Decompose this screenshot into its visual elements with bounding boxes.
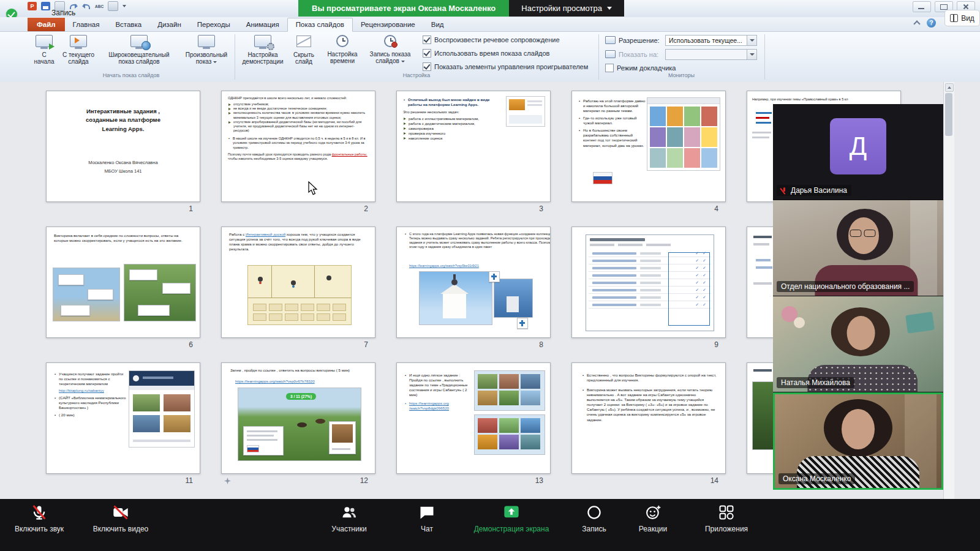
from-beginning-button[interactable]: С начала xyxy=(31,34,58,72)
participants-button[interactable]: Участники xyxy=(318,504,380,533)
record-button[interactable]: Запись xyxy=(570,504,619,533)
tab-home[interactable]: Главная xyxy=(65,18,108,31)
tab-file[interactable]: Файл xyxy=(28,18,65,31)
slide-thumbnail-8[interactable]: С этого года на платформе Learning Apps … xyxy=(396,227,551,338)
slide-thumbnail-7[interactable]: Работа с Интерактивной доской хороша тем… xyxy=(221,227,375,338)
checkbox-use-timings[interactable]: Использовать время показа слайдов xyxy=(423,49,549,58)
slide-thumbnail-12[interactable]: Затем , пройдя по ссылке , ответить на в… xyxy=(221,362,375,474)
slide-number: 13 xyxy=(396,476,551,485)
slide3-image xyxy=(506,96,545,127)
tab-view[interactable]: Вид xyxy=(423,18,452,31)
slide14-bullet: Викторина может вызвать некоторые затруд… xyxy=(582,388,717,422)
record-slideshow-button[interactable]: Запись показа слайдов xyxy=(365,34,415,72)
tab-animations[interactable]: Анимация xyxy=(238,18,287,31)
video-tile-darya[interactable]: Д Дарья Василина xyxy=(773,104,943,200)
slide13-screenshot-bottom xyxy=(474,414,545,455)
slide2-bullet: отсутствие апробированной дидактической … xyxy=(228,120,370,133)
rehearse-timings-button[interactable]: Настройка времени xyxy=(321,34,364,72)
spellcheck-icon[interactable]: ABC xyxy=(95,4,104,9)
slide11-bullet: (САЙТ «Библиотека нематериального культу… xyxy=(54,395,127,410)
mic-muted-icon xyxy=(31,504,48,521)
share-screen-icon xyxy=(503,504,520,521)
redo-icon[interactable] xyxy=(82,2,91,10)
tab-slideshow[interactable]: Показ слайдов xyxy=(287,18,353,32)
slide-thumbnail-9[interactable]: ✓ ✓ ✓ ✓ ✓ ✓ ✓ ✓ ✓ ✓ ✓ ✓ ✓ ✓ ✓ ✓ xyxy=(571,227,726,338)
group-label-monitors: Мониторы xyxy=(598,72,764,78)
view-button[interactable]: Вид xyxy=(944,10,980,26)
scroll-up-icon[interactable] xyxy=(945,83,954,92)
qat-customize-icon[interactable] xyxy=(123,5,126,7)
slide-thumbnail-11[interactable]: Учащиеся получают задание пройти по ссыл… xyxy=(46,362,200,474)
resolution-dropdown[interactable]: Использовать текущее... xyxy=(665,35,757,46)
unmute-audio-button[interactable]: Включить звук xyxy=(7,504,71,533)
ribbon-collapse-icon[interactable] xyxy=(913,20,921,26)
help-icon[interactable]: ? xyxy=(927,18,936,28)
screen: P ABC Запись Файл Главная Вставка Дизайн… xyxy=(0,0,980,551)
scrollbar-thumb[interactable] xyxy=(945,93,952,136)
slide-thumbnail-2[interactable]: ОДНКНР преподаётся в школе всего несколь… xyxy=(221,91,375,202)
zoom-toolbar: Включить звук Включить видео Участники 2… xyxy=(0,499,980,551)
slide8-card xyxy=(517,318,528,329)
video-tile-oksana-active[interactable]: Оксана Москаленко xyxy=(773,392,943,490)
hide-slide-button[interactable]: Скрыть слайд xyxy=(288,34,320,72)
slide11-bullet: Учащиеся получают задание пройти по ссыл… xyxy=(54,372,127,386)
save-icon[interactable] xyxy=(41,2,50,10)
checkbox-play-narrations[interactable]: Воспроизвести речевое сопровождение xyxy=(423,36,560,44)
slide4-bullet: Где-то использую уже готовый чужой матер… xyxy=(578,116,647,126)
broadcast-slideshow-button[interactable]: Широковещательный показ слайдов xyxy=(99,34,179,72)
tab-insert[interactable]: Вставка xyxy=(107,18,149,31)
share-screen-button[interactable]: Демонстрация экрана xyxy=(462,504,560,533)
window-title: Запись xyxy=(51,9,75,17)
reactions-button[interactable]: Реакции xyxy=(626,504,680,533)
reactions-icon xyxy=(644,504,662,521)
slide2-bullet: не всегда и не везде достаточное техниче… xyxy=(228,107,370,111)
slide-number: 2 xyxy=(221,204,375,213)
chat-button[interactable]: Чат xyxy=(404,504,450,533)
checkbox-show-media-controls[interactable]: Показать элементы управления проигрывате… xyxy=(423,62,588,71)
start-video-button[interactable]: Включить видео xyxy=(87,504,154,533)
slide-number: 8 xyxy=(396,340,551,349)
slide1-title: Интерактивные задания , созданные на пла… xyxy=(53,107,194,133)
tab-review[interactable]: Рецензирование xyxy=(353,18,423,31)
slide12-text: Затем , пройдя по ссылке , ответить на в… xyxy=(230,368,366,373)
slide-thumbnail-13[interactable]: И ещё одно лёгкое задание : Пройдя по сс… xyxy=(396,362,551,474)
zoom-share-banner: Вы просматриваете экран Оксана Москаленк… xyxy=(298,0,624,17)
slide13-link: https://learningapps.org xyxy=(404,401,473,406)
slide11-link: http://kitaplong.ru/sabantyy xyxy=(59,388,127,393)
participant-name: Оксана Москаленко xyxy=(778,473,855,484)
video-tile-natalya[interactable]: Наталья Михайлова xyxy=(773,296,943,392)
view-options-button[interactable]: Настройки просмотра xyxy=(509,0,624,17)
setup-slideshow-button[interactable]: Настройка демонстрации xyxy=(239,34,287,72)
slide-thumbnail-4[interactable]: Работаю на этой платформе давно и накопи… xyxy=(571,91,726,202)
viewing-screen-label: Вы просматриваете экран Оксана Москаленк… xyxy=(298,0,509,17)
slide-number: 6 xyxy=(46,340,200,349)
slide-number: 4 xyxy=(571,204,726,213)
slide8-text: С этого года на платформе Learning Apps … xyxy=(404,232,551,250)
minimize-button[interactable] xyxy=(913,1,931,12)
slide3-item: проверка изученного xyxy=(403,131,495,136)
tab-transitions[interactable]: Переходы xyxy=(189,18,238,31)
tab-design[interactable]: Дизайн xyxy=(149,18,189,31)
slide-thumbnail-6[interactable]: Викторина включает в себя средние по сло… xyxy=(46,227,200,338)
slide3-item: накопление оценок xyxy=(403,136,495,141)
slide-thumbnail-14[interactable]: Естественно , что вопросы Викторины форм… xyxy=(571,362,726,474)
video-tile-otdel[interactable]: Отдел национального образования ... xyxy=(773,200,943,296)
slide-thumbnail-3[interactable]: Отличный выход был мною найден в виде ра… xyxy=(396,91,551,202)
from-current-slide-button[interactable]: С текущего слайда xyxy=(59,34,98,72)
slide8-card xyxy=(489,271,500,282)
slide-thumbnail-1[interactable]: Интерактивные задания , созданные на пла… xyxy=(46,91,200,202)
checkbox-presenter-view[interactable]: Режим докладчика xyxy=(605,64,676,72)
video-panel: Д Дарья Василина Отдел национального обр… xyxy=(773,104,943,490)
slide4-screenshot xyxy=(647,97,720,171)
slide3-lead: Отличный выход был мною найден в виде ра… xyxy=(403,97,495,107)
apps-button[interactable]: Приложения xyxy=(691,504,762,533)
custom-slideshow-button[interactable]: Произвольный показ xyxy=(180,34,233,72)
transition-star-icon xyxy=(224,478,231,484)
slideshow-icon[interactable] xyxy=(108,1,118,11)
slide11-bullet: ( 20 мин) xyxy=(54,413,127,418)
slide2-head: ОДНКНР преподаётся в школе всего несколь… xyxy=(228,96,370,100)
slide3-item: самопроверка xyxy=(403,126,495,131)
vertical-scrollbar[interactable] xyxy=(943,82,954,551)
slide-number: 1 xyxy=(46,204,200,213)
slide6-photo-right xyxy=(124,264,196,321)
